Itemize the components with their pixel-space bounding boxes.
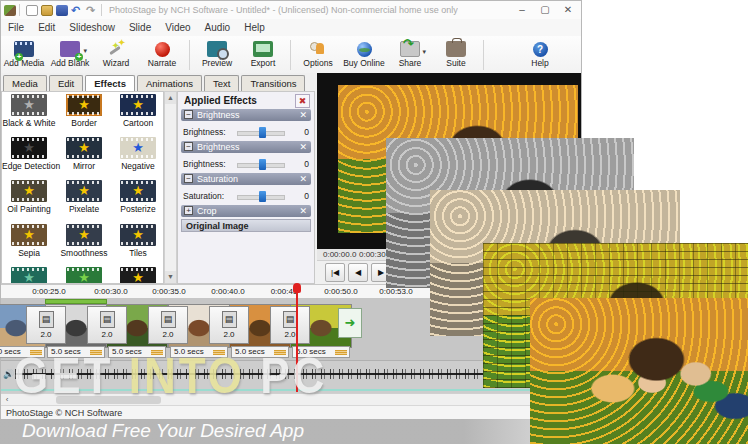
redo-icon[interactable]: ↷ [86,5,98,16]
scroll-left-icon[interactable]: ‹ [2,395,12,405]
minimize-button[interactable]: – [513,3,531,17]
close-button[interactable]: ✕ [559,3,577,17]
slider-handle[interactable] [259,127,266,138]
new-document-icon[interactable] [26,5,38,16]
menu-item-audio[interactable]: Audio [198,22,238,33]
transition-box[interactable]: ▤2.0 [209,306,249,344]
scroll-up-icon[interactable]: ▲ [165,92,176,104]
effect-smoothness[interactable]: ★Smoothness [57,224,111,258]
effect-pixelate[interactable]: ★Pixelate [57,180,111,214]
add-blank-button[interactable]: ▾Add Blank [47,41,93,68]
effect-edge-detection[interactable]: ★Edge Detection [2,137,56,171]
effect-control-row: Brightness:0 [181,123,311,141]
section-name: Saturation [197,174,238,184]
preview-button[interactable]: Preview [194,41,240,68]
star-icon: ★ [66,138,102,158]
effect-partial[interactable]: ★ [57,267,111,284]
dropdown-caret-icon[interactable]: ▾ [422,48,426,56]
save-icon[interactable] [56,5,68,16]
share-button[interactable]: ▾Share [387,41,433,68]
divider [290,40,291,70]
collapse-icon[interactable]: − [184,174,193,183]
add-media-button[interactable]: Add Media [1,41,47,68]
effect-sepia[interactable]: ★Sepia [2,224,56,258]
menu-item-slide[interactable]: Slide [122,22,158,33]
divider [101,4,102,16]
tab-edit[interactable]: Edit [49,75,83,91]
section-header-saturation[interactable]: −Saturation✕ [181,173,311,185]
tab-effects[interactable]: Effects [85,75,135,92]
remove-effect-icon[interactable]: ✕ [299,205,307,217]
transition-box[interactable]: ▤2.0 [270,306,310,344]
menu-item-file[interactable]: File [1,22,31,33]
collapse-icon[interactable]: − [184,110,193,119]
buy-online-button[interactable]: Buy Online [341,42,387,68]
suite-button[interactable]: Suite [433,41,479,68]
title-bar[interactable]: ↶ ↷ PhotoStage by NCH Software - Untitle… [1,1,581,19]
remove-effect-icon[interactable]: ✕ [299,173,307,185]
dropdown-caret-icon[interactable]: ▾ [83,47,87,55]
section-header-brightness[interactable]: −Brightness✕ [181,141,311,153]
slider-track[interactable] [237,195,285,200]
menu-item-edit[interactable]: Edit [31,22,62,33]
star-icon: ★ [66,95,102,115]
effect-negative[interactable]: ★Negative [111,137,164,171]
effects-scrollbar[interactable]: ▲ ▼ [164,91,177,284]
tab-media[interactable]: Media [3,75,47,91]
maximize-button[interactable]: ▢ [536,3,554,17]
star-icon: ★ [11,225,47,245]
effect-posterize[interactable]: ★Posterize [111,180,164,214]
slider-track[interactable] [237,131,285,136]
effect-partial[interactable]: ★ [2,267,56,284]
ruler-tick-label: 0:00:50.0 [324,287,357,296]
tab-text[interactable]: Text [204,75,239,91]
undo-icon[interactable]: ↶ [71,5,83,16]
star-icon: ★ [11,138,47,158]
tab-transitions[interactable]: Transitions [241,75,305,91]
playhead-handle[interactable] [293,283,301,293]
effect-mirror[interactable]: ★Mirror [57,137,111,171]
effect-partial[interactable]: ★ [111,267,164,284]
blank-plus-icon: ▾ [60,41,80,57]
open-icon[interactable] [41,5,53,16]
transition-box[interactable]: ▤2.0 [26,306,66,344]
export-button[interactable]: Export [240,41,286,68]
menu-item-help[interactable]: Help [237,22,272,33]
section-header-crop[interactable]: +Crop✕ [181,205,311,217]
menu-item-video[interactable]: Video [158,22,197,33]
star-icon: ★ [120,268,156,284]
go-to-start-button[interactable]: |◀ [325,263,345,282]
effect-tiles[interactable]: ★Tiles [111,224,164,258]
step-back-button[interactable]: ◀ [348,263,368,282]
filmstrip-star-icon: ★ [66,137,102,159]
effect-cartoon[interactable]: ★Cartoon [111,94,164,128]
slider-track[interactable] [237,163,285,168]
slider-handle[interactable] [259,159,266,170]
expand-icon[interactable]: + [184,206,193,215]
control-value: 0 [304,159,309,169]
effect-control-row: Saturation:0 [181,187,311,205]
effect-black-white[interactable]: ★Black & White [2,94,56,128]
collapse-icon[interactable]: − [184,142,193,151]
remove-effect-icon[interactable]: ✕ [299,141,307,153]
panel-close-button[interactable]: ✖ [295,94,310,108]
filmstrip-star-icon: ★ [11,224,47,246]
wizard-button[interactable]: Wizard [93,41,139,68]
options-button[interactable]: Options [295,41,341,68]
effect-border[interactable]: ★Border [57,94,111,128]
menu-item-slideshow[interactable]: Slideshow [62,22,122,33]
transition-box[interactable]: ▤2.0 [148,306,188,344]
narrate-button[interactable]: Narrate [139,42,185,68]
slider-handle[interactable] [259,191,266,202]
remove-effect-icon[interactable]: ✕ [299,109,307,121]
transition-box[interactable]: ▤2.0 [87,306,127,344]
scroll-down-icon[interactable]: ▼ [165,271,176,283]
advance-arrow-button[interactable]: ➜ [338,308,362,338]
transition-icon: ▤ [161,311,176,328]
original-image-bar: Original Image [181,219,311,232]
section-header-brightness[interactable]: −Brightness✕ [181,109,311,121]
tab-animations[interactable]: Animations [137,75,202,91]
wand-icon [106,41,126,57]
help-button[interactable]: ?Help [517,42,563,68]
effect-oil-painting[interactable]: ★Oil Painting [2,180,56,214]
